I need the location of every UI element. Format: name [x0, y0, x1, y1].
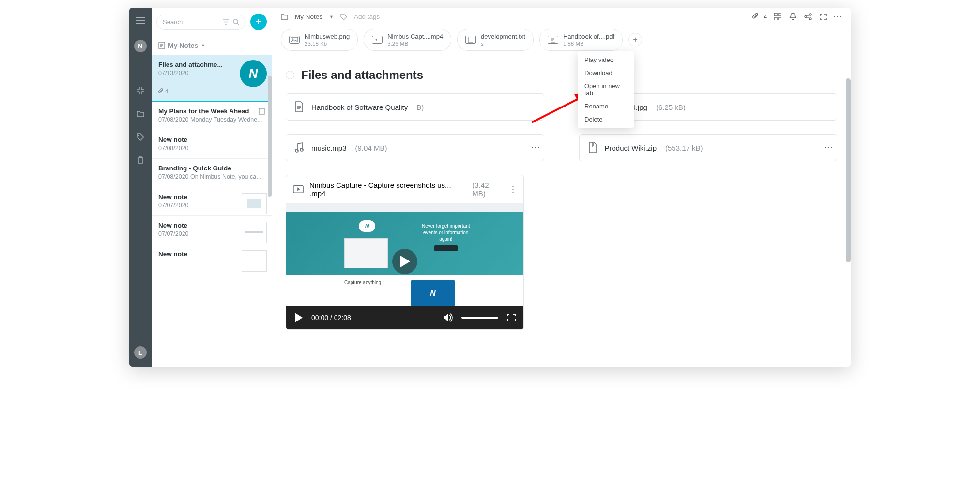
ctx-open-new-tab[interactable]: Open in new tab: [578, 79, 634, 100]
video-icon: [293, 183, 304, 196]
note-item[interactable]: My Plans for the Week Ahead 07/08/2020 M…: [152, 102, 272, 130]
tag-icon[interactable]: [136, 133, 145, 141]
promo-text: events or information: [422, 229, 470, 236]
bell-icon[interactable]: [789, 13, 797, 21]
pill-size: 1.88 MB: [563, 41, 614, 46]
attachment-pill[interactable]: Nimbusweb.png23.18 Kb: [281, 29, 358, 51]
menu-icon[interactable]: [136, 16, 145, 25]
audio-icon: [294, 141, 305, 154]
document-icon: [548, 36, 558, 44]
volume-icon[interactable]: [443, 313, 453, 322]
chevron-down-icon[interactable]: ▼: [329, 15, 334, 19]
add-note-button[interactable]: +: [250, 14, 267, 30]
pill-name: development.txt: [481, 33, 525, 40]
svg-point-14: [809, 18, 811, 20]
note-date: 07/08/2020 On Nimbus Note, you ca...: [158, 173, 265, 180]
svg-point-13: [809, 14, 811, 15]
folder-icon: [281, 14, 288, 20]
note-item[interactable]: New note 07/08/2020: [152, 130, 272, 159]
note-item[interactable]: New note 07/07/2020: [152, 216, 272, 244]
workspace-avatar[interactable]: N: [134, 40, 147, 52]
context-menu: Play video Download Open in new tab Rena…: [578, 51, 634, 128]
note-list: Files and attachme... 07/13/2020 4 N My …: [152, 55, 272, 367]
file-card[interactable]: Product Wiki.zip (553.17 kB) ⋮: [579, 134, 838, 161]
svg-point-12: [805, 16, 807, 18]
ctx-download[interactable]: Download: [578, 66, 634, 79]
pill-size: s: [481, 41, 525, 46]
pill-size: 3.26 MB: [387, 41, 443, 46]
attachment-pill[interactable]: Nimbus Capt....mp43.26 MB: [364, 29, 451, 51]
trash-icon[interactable]: [136, 156, 145, 165]
svg-rect-0: [137, 87, 139, 90]
note-item[interactable]: Branding - Quick Guide 07/08/2020 On Nim…: [152, 159, 272, 187]
note-title: Branding - Quick Guide: [158, 165, 265, 172]
note-thumbnail: N: [240, 60, 267, 87]
more-icon[interactable]: ⋮: [509, 185, 517, 194]
pill-name: Handbook of....pdf: [563, 33, 614, 40]
file-name: Handbook of Software Quality: [311, 103, 408, 111]
fullscreen-icon[interactable]: [507, 314, 516, 321]
share-icon[interactable]: [804, 13, 812, 21]
ctx-rename[interactable]: Rename: [578, 100, 634, 113]
more-icon[interactable]: ⋮: [534, 103, 538, 112]
svg-rect-10: [774, 17, 777, 20]
expand-icon[interactable]: [819, 13, 827, 21]
more-icon[interactable]: ···: [834, 13, 842, 21]
search-icon[interactable]: [233, 19, 239, 25]
pill-size: 23.18 Kb: [305, 41, 350, 46]
task-radio[interactable]: [286, 71, 294, 79]
file-name: Nimbus Capture - Capture screenshots us.…: [309, 181, 466, 198]
search-placeholder: Search: [163, 18, 183, 26]
svg-rect-2: [137, 92, 139, 94]
folder-icon[interactable]: [136, 109, 145, 118]
note-thumbnail: [242, 250, 267, 272]
play-icon[interactable]: [294, 313, 303, 322]
file-card[interactable]: Handbook of Software Quality B) ⋮: [286, 93, 544, 121]
image-icon: [289, 36, 300, 44]
more-icon[interactable]: ⋮: [827, 143, 831, 153]
ctx-play-video[interactable]: Play video: [578, 53, 634, 66]
svg-point-5: [233, 19, 238, 24]
file-size: (9.04 MB): [355, 144, 387, 152]
note-item[interactable]: New note: [152, 244, 272, 264]
note-item[interactable]: Files and attachme... 07/13/2020 4 N: [152, 55, 272, 102]
file-card[interactable]: music.mp3 (9.04 MB) ⋮: [286, 134, 544, 161]
volume-slider[interactable]: [461, 317, 498, 319]
folder-breadcrumb[interactable]: My Notes ▼: [152, 36, 272, 55]
play-button[interactable]: [392, 249, 417, 274]
attachment-pill-row: Nimbusweb.png23.18 Kb Nimbus Capt....mp4…: [272, 26, 851, 54]
svg-rect-8: [774, 13, 777, 16]
attach-count: 4: [158, 88, 265, 94]
app-rail: N L: [129, 8, 152, 367]
more-icon[interactable]: ⋮: [534, 143, 538, 153]
more-icon[interactable]: ⋮: [827, 103, 831, 112]
filter-icon[interactable]: [223, 19, 229, 25]
attachment-icon[interactable]: [751, 13, 760, 21]
svg-rect-7: [259, 108, 264, 114]
note-thumbnail: [242, 222, 267, 243]
page-title: Files and attachments: [301, 68, 423, 82]
ctx-delete[interactable]: Delete: [578, 113, 634, 126]
grid-icon[interactable]: [136, 86, 145, 95]
svg-rect-9: [779, 13, 781, 16]
sidebar: Search + My Notes ▼ Files and attachme..…: [152, 8, 272, 367]
apps-icon[interactable]: [774, 13, 782, 21]
attachment-pill[interactable]: Handbook of....pdf1.88 MB: [539, 29, 623, 51]
add-attachment-button[interactable]: +: [628, 33, 642, 46]
topbar: My Notes ▼ Add tags 4 ···: [272, 8, 851, 26]
file-name: Product Wiki.zip: [605, 144, 657, 152]
svg-rect-11: [779, 17, 781, 20]
breadcrumb[interactable]: My Notes: [295, 13, 322, 20]
file-size: (3.42 MB): [472, 181, 504, 198]
video-preview[interactable]: N Never forget important events or infor…: [286, 203, 523, 329]
pill-name: Nimbusweb.png: [305, 33, 350, 40]
attachment-pill[interactable]: development.txts: [457, 29, 534, 51]
note-item[interactable]: New note 07/07/2020: [152, 187, 272, 216]
main-scrollbar[interactable]: [846, 25, 851, 367]
file-size: (6.25 kB): [656, 103, 686, 111]
add-tags-link[interactable]: Add tags: [354, 13, 380, 20]
note-thumbnail: [242, 193, 267, 214]
search-input[interactable]: Search: [156, 15, 245, 30]
sidebar-scrollbar[interactable]: [268, 75, 272, 367]
user-avatar[interactable]: L: [134, 346, 147, 359]
